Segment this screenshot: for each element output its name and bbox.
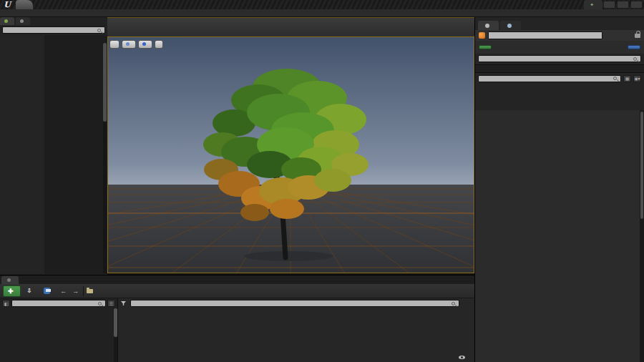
- search-details-row: ▦ ◉▾: [475, 73, 644, 84]
- world-settings-icon: [507, 24, 512, 28]
- perspective-button[interactable]: [122, 40, 136, 49]
- viewport[interactable]: [107, 36, 474, 273]
- details-icon: [485, 24, 489, 28]
- close-button[interactable]: [630, 1, 643, 9]
- folder-tree: [0, 308, 117, 309]
- tab-place-actors[interactable]: [0, 17, 14, 25]
- world-outliner-icon: [20, 19, 24, 23]
- menu-bar: [0, 9, 644, 17]
- component-buttons-row: [475, 41, 644, 54]
- add-component-button[interactable]: [479, 45, 492, 49]
- search-icon: [613, 77, 617, 80]
- property-matrix-icon[interactable]: ▦: [623, 75, 631, 82]
- tab-content-browser[interactable]: [1, 276, 19, 284]
- left-panel-tabs: [0, 17, 107, 25]
- back-arrow-icon[interactable]: ←: [59, 288, 68, 295]
- project-window-tab[interactable]: [16, 0, 33, 9]
- forward-arrow-icon[interactable]: →: [71, 288, 80, 295]
- sources-scrollbar[interactable]: [114, 308, 117, 362]
- filters-button[interactable]: [121, 301, 127, 305]
- assets-panel: [118, 298, 474, 362]
- sources-menu-icon[interactable]: ☰: [107, 300, 115, 307]
- content-browser-tabrow: [0, 275, 474, 284]
- minimize-button[interactable]: [603, 1, 615, 9]
- viewport-toolbar: [109, 39, 472, 49]
- tools-icon: ✦: [590, 2, 594, 8]
- save-all-icon: [44, 288, 50, 294]
- unreal-editor-window: { "window": { "title": "DemoScene_GameJa…: [0, 0, 644, 362]
- content-browser: ✚ ⇩ ← → ◧ ☰: [0, 275, 474, 362]
- display-filter-eye-icon[interactable]: ◉▾: [633, 75, 641, 82]
- place-actors-panel: [0, 17, 107, 275]
- details-scrollbar[interactable]: [640, 110, 644, 362]
- place-actors-icon: [4, 19, 8, 23]
- lit-button[interactable]: [138, 40, 152, 49]
- actor-name-field[interactable]: [488, 31, 602, 39]
- filter-icon: [121, 301, 126, 305]
- details-panel: ▦ ◉▾: [474, 17, 644, 362]
- tab-details[interactable]: [478, 21, 499, 30]
- place-actors-categories: [0, 35, 44, 274]
- search-icon: [97, 29, 101, 32]
- asset-grid: [118, 308, 474, 310]
- lit-icon: [142, 42, 146, 46]
- viewport-options-button[interactable]: [109, 40, 119, 49]
- details-properties: [475, 110, 640, 362]
- search-icon: [98, 302, 102, 305]
- place-actors-items: [44, 35, 107, 274]
- houdini-actor-icon: [479, 32, 485, 39]
- window-controls: [603, 1, 643, 9]
- import-icon: ⇩: [27, 288, 32, 294]
- tab-world-settings[interactable]: [500, 21, 521, 30]
- tab-world-outliner[interactable]: [16, 17, 30, 25]
- search-paths-input[interactable]: [11, 300, 106, 307]
- content-browser-toolbar: ✚ ⇩ ← →: [0, 284, 474, 298]
- add-new-button[interactable]: ✚: [3, 285, 21, 297]
- place-actors-scrollbar[interactable]: [103, 43, 107, 273]
- details-spacer: [475, 64, 644, 73]
- search-components-input[interactable]: [478, 55, 641, 62]
- search-classes-input[interactable]: [2, 26, 105, 34]
- details-tabs: [475, 21, 644, 30]
- search-details-input[interactable]: [478, 75, 621, 82]
- main-toolbar: [107, 17, 474, 36]
- sources-toggle-icon[interactable]: ◧: [2, 300, 10, 307]
- gamejam-tools-window-tab[interactable]: ✦: [584, 0, 602, 10]
- eye-icon: [459, 356, 465, 359]
- lock-icon[interactable]: [635, 34, 640, 38]
- content-browser-footer: [118, 356, 474, 362]
- title-bar: U ✦: [0, 0, 644, 9]
- viewport-scene: [108, 37, 474, 273]
- maximize-button[interactable]: [617, 1, 629, 9]
- import-button[interactable]: ⇩: [24, 286, 38, 295]
- save-all-button[interactable]: [40, 286, 56, 295]
- unreal-logo-icon: U: [2, 0, 12, 9]
- actor-name-row: [475, 30, 644, 41]
- search-assets-input[interactable]: [130, 300, 459, 307]
- search-icon: [452, 302, 455, 305]
- view-options-button[interactable]: [459, 356, 467, 359]
- perspective-icon: [126, 42, 130, 46]
- show-button[interactable]: [155, 40, 163, 49]
- search-icon: [633, 57, 637, 61]
- content-browser-icon: [7, 278, 11, 282]
- sources-panel: ◧ ☰: [0, 298, 118, 362]
- tree-shadow: [244, 251, 333, 261]
- path-folder-icon: [87, 289, 93, 293]
- add-new-icon: ✚: [8, 288, 14, 295]
- blueprint-add-script-button[interactable]: [628, 45, 640, 49]
